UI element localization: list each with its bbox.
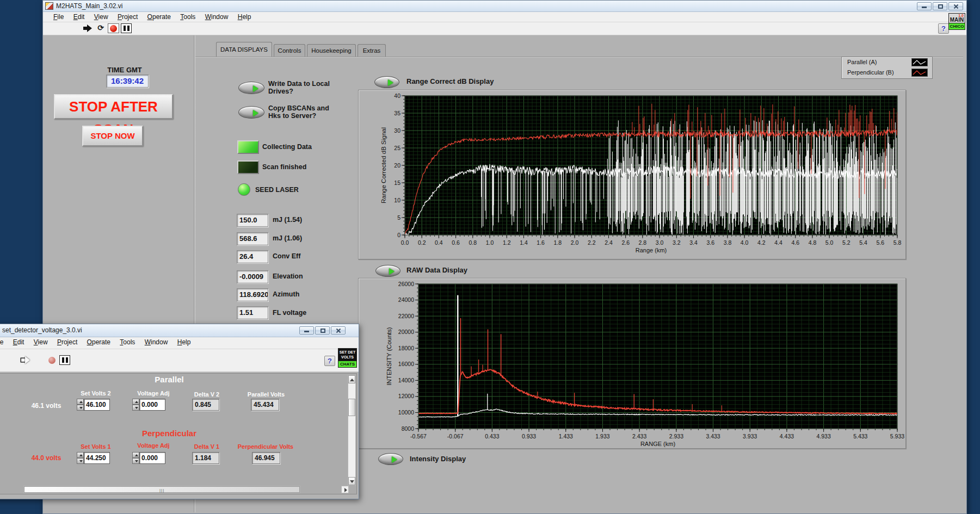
tab-housekeeping[interactable]: Housekeeping [307, 44, 356, 57]
raw-data-display-toggle[interactable] [375, 265, 400, 277]
raw-data-plot: -0.567-0.0670.4330.9331.4331.9332.4332.9… [359, 278, 905, 448]
minimize-button[interactable] [917, 2, 932, 10]
scroll-right-button[interactable] [341, 486, 349, 493]
voltage-adj-2-input[interactable]: 0.000 [139, 399, 165, 411]
decrement-button[interactable] [132, 458, 139, 464]
svg-text:1.6: 1.6 [537, 239, 545, 246]
menu-help[interactable]: Help [238, 13, 251, 21]
delta-v-1-label: Delta V 1 [189, 443, 225, 450]
parallel-volts-label: Parallel Volts [239, 391, 293, 398]
decrement-button[interactable] [77, 405, 84, 411]
tab-data-displays[interactable]: DATA DISPLAYS [216, 42, 272, 57]
range-correct-display-toggle[interactable] [374, 76, 399, 88]
svg-text:20000: 20000 [398, 329, 414, 335]
increment-button[interactable] [77, 452, 84, 458]
svg-text:25: 25 [394, 145, 400, 151]
raw-data-chart: -0.567-0.0670.4330.9331.4331.9332.4332.9… [358, 278, 906, 449]
menu-project[interactable]: Project [118, 13, 138, 21]
scroll-thumb[interactable] [348, 399, 355, 416]
menu-help[interactable]: Help [177, 338, 191, 346]
scroll-thumb[interactable]: ||| [24, 486, 300, 493]
scroll-down-button[interactable] [348, 477, 355, 485]
run-continuous-button[interactable]: ⟳ [95, 24, 106, 33]
increment-button[interactable] [132, 452, 139, 458]
svg-text:0.0: 0.0 [401, 239, 409, 246]
menu-tools[interactable]: Tools [120, 338, 135, 346]
abort-button[interactable] [108, 23, 119, 33]
voltage-adj-1-input[interactable]: 0.000 [139, 452, 165, 464]
menu-view[interactable]: View [34, 338, 48, 346]
svg-text:4.8: 4.8 [809, 239, 817, 246]
svg-text:20: 20 [394, 162, 400, 169]
decrement-button[interactable] [77, 458, 84, 464]
run-button[interactable] [82, 24, 93, 33]
popup-abort-button[interactable] [46, 355, 58, 365]
scroll-up-button[interactable] [348, 375, 355, 383]
menu-file[interactable]: File [0, 338, 3, 346]
toggle-arrow-icon [388, 79, 393, 86]
voltage-adj-2-label: Voltage Adj [130, 390, 177, 397]
svg-text:INTENSITY (Counts): INTENSITY (Counts) [386, 327, 392, 385]
menu-view[interactable]: View [94, 13, 108, 21]
decrement-button[interactable] [132, 405, 139, 411]
stop-after-scan-button[interactable]: STOP AFTER SCAN [54, 94, 173, 119]
menu-window[interactable]: Window [205, 13, 229, 21]
voltage-adj-1-spinner[interactable] [132, 452, 139, 464]
energy-154-readout: 150.0 [237, 214, 268, 227]
popup-close-button[interactable] [331, 326, 346, 335]
voltage-adj-2-spinner[interactable] [132, 399, 139, 411]
maximize-button[interactable] [933, 2, 947, 10]
svg-text:2.2: 2.2 [588, 239, 596, 246]
collecting-data-label: Collecting Data [262, 143, 312, 151]
set-volts-1-spinner[interactable] [77, 452, 84, 464]
popup-minimize-button[interactable] [299, 326, 314, 335]
menu-file[interactable]: File [53, 13, 64, 21]
svg-text:10000: 10000 [398, 409, 414, 416]
menu-project[interactable]: Project [57, 338, 77, 346]
popup-front-panel: Parallel Set Volts 2 Voltage Adj Delta V… [0, 373, 357, 494]
menu-operate[interactable]: Operate [147, 13, 171, 21]
svg-text:3.433: 3.433 [706, 433, 720, 439]
menu-operate[interactable]: Operate [87, 338, 110, 346]
popup-horizontal-scrollbar[interactable]: ||| [23, 486, 300, 493]
stop-now-button[interactable]: STOP NOW [82, 126, 143, 146]
write-data-toggle[interactable] [238, 82, 264, 94]
popup-pause-button[interactable] [59, 355, 70, 365]
menu-window[interactable]: Window [145, 338, 168, 346]
copy-bscans-toggle[interactable] [238, 106, 264, 119]
svg-text:5.6: 5.6 [876, 239, 884, 246]
badge-location: CHICO [949, 23, 965, 29]
plot-legend[interactable]: Parallel (A) Perpendicular (B) [841, 57, 933, 79]
menu-tools[interactable]: Tools [180, 13, 195, 21]
close-button[interactable] [948, 2, 963, 10]
intensity-display-toggle[interactable] [378, 453, 403, 465]
svg-text:5.2: 5.2 [842, 239, 850, 246]
abort-icon [48, 357, 56, 364]
svg-text:8000: 8000 [402, 425, 415, 432]
increment-button[interactable] [77, 399, 84, 405]
svg-text:3.6: 3.6 [706, 239, 714, 246]
main-titlebar[interactable]: M2HATS_Main_3.02.vi [43, 1, 966, 12]
fl-voltage-readout: 1.51 [237, 306, 268, 319]
menu-edit[interactable]: Edit [13, 338, 24, 346]
increment-button[interactable] [132, 399, 139, 405]
time-gmt-display: 16:39:42 [106, 75, 149, 88]
popup-context-help-button[interactable]: ? [324, 356, 335, 366]
popup-run-button[interactable] [20, 356, 31, 364]
popup-maximize-button[interactable] [315, 326, 330, 335]
maximize-icon [938, 4, 943, 9]
pause-button[interactable] [121, 23, 132, 33]
set-volts-2-input[interactable]: 46.100 [84, 399, 110, 411]
set-volts-1-input[interactable]: 44.250 [84, 452, 110, 464]
collecting-data-led [237, 140, 259, 154]
menu-edit[interactable]: Edit [73, 13, 85, 21]
tab-controls[interactable]: Controls [274, 44, 305, 57]
set-volts-2-spinner[interactable] [77, 399, 84, 411]
svg-text:2.0: 2.0 [571, 239, 579, 246]
parallel-line-sample [911, 58, 928, 66]
parallel-section-title: Parallel [17, 375, 322, 384]
popup-titlebar[interactable]: set_detector_voltage_3.0.vi [0, 324, 359, 337]
context-help-button[interactable]: ? [938, 23, 949, 34]
popup-vertical-scrollbar[interactable] [348, 375, 356, 486]
tab-extras[interactable]: Extras [358, 44, 386, 57]
